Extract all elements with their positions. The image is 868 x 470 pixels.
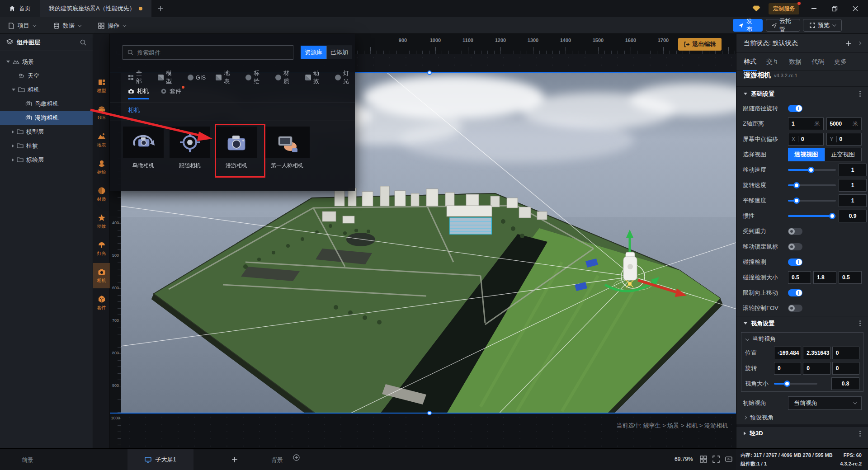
rotation-z-input[interactable]: 0 [832,362,859,375]
section-lite3d[interactable]: 轻3D [736,424,868,440]
selection-bottom-edge[interactable] [110,413,736,414]
tree-item-model-layer[interactable]: 模型层 [0,125,93,139]
caret-down-icon[interactable] [6,61,10,63]
restore-button[interactable] [828,3,841,14]
add-background-button[interactable] [293,454,300,461]
strip-item-gis[interactable]: GIS [93,100,110,126]
background-label[interactable]: 背景 [271,456,283,464]
category-gis[interactable]: GIS [188,69,206,85]
follow-path-toggle[interactable] [788,105,802,112]
tab-resource-library[interactable]: 资源库 [301,46,326,59]
tree-item-bird-camera[interactable]: 鸟瞰相机 [0,97,93,111]
preset-view-row[interactable]: 预设视角 [736,411,868,424]
caret-right-icon[interactable] [12,130,14,134]
menu-data[interactable]: 数据 [45,17,89,34]
inertia-slider[interactable] [788,215,836,217]
perspective-view-option[interactable]: 透视视图 [788,148,825,161]
rotation-y-input[interactable]: 0 [803,362,830,375]
card-bird-camera[interactable]: 鸟瞰相机 [123,127,164,169]
orthographic-view-option[interactable]: 正交视图 [825,148,862,161]
section-basic-settings[interactable]: 基础设置 [736,86,868,101]
current-view-header[interactable]: 当前视角 [741,333,863,345]
publish-button[interactable]: 发布 [733,19,763,32]
zoom-level[interactable]: 69.79% [675,456,693,462]
type-tab-camera[interactable]: 相机 [128,87,149,95]
kebab-menu-icon[interactable] [859,431,861,437]
offset-x-input[interactable]: X0 [788,133,824,146]
z-min-input[interactable]: 1米 [788,118,824,130]
selection-handle[interactable] [427,70,432,75]
preview-button[interactable]: 预览 [803,19,842,32]
category-model[interactable]: 模型 [158,69,178,85]
search-icon[interactable] [80,39,86,46]
rotation-x-input[interactable]: 0 [774,362,801,375]
strip-item-terrain[interactable]: 地表 [93,127,110,153]
kebab-menu-icon[interactable] [859,320,861,326]
collision-z-input[interactable]: 0.5 [839,271,862,284]
selection-handle[interactable] [427,411,432,415]
pan-speed-value[interactable]: 1 [839,194,867,207]
tab-scene[interactable]: 我的建筑底座场景A（性能优先） [40,0,151,17]
collision-x-input[interactable]: 0.5 [788,271,811,284]
position-x-input[interactable]: -169.484 [774,347,801,359]
category-all[interactable]: 全部 [128,69,148,85]
collision-y-input[interactable]: 1.8 [813,271,836,284]
collision-toggle[interactable] [788,258,802,266]
move-speed-slider[interactable] [788,169,836,171]
strip-item-plot[interactable]: 标绘 [93,155,110,180]
search-input[interactable] [137,49,288,56]
tab-style[interactable]: 样式 [744,58,756,66]
vip-service-badge[interactable]: 定制服务 [769,3,799,14]
category-material[interactable]: 材质 [275,69,295,85]
limit-up-toggle[interactable] [788,289,802,296]
wheel-fov-toggle[interactable] [788,305,802,312]
add-state-icon[interactable] [845,40,852,47]
minimize-button[interactable] [807,3,820,14]
tree-item-vegetation[interactable]: 植被 [0,139,93,153]
cloud-host-button[interactable]: 云托管 [766,19,800,32]
strip-item-material[interactable]: 材质 [93,182,110,207]
position-y-input[interactable]: 2.351643 [803,347,830,359]
strip-item-effects[interactable]: 动效 [93,209,110,234]
strip-item-kit[interactable]: 套件 [93,290,110,315]
chevron-right-icon[interactable] [858,41,861,45]
category-effects[interactable]: 动效 [305,69,325,85]
position-z-input[interactable]: 0 [832,347,859,359]
tab-code[interactable]: 代码 [811,58,824,66]
strip-item-light[interactable]: 灯光 [93,236,110,261]
exit-edit-button[interactable]: 退出编辑 [678,38,722,51]
strip-item-model[interactable]: 模型 [93,73,110,99]
tab-more[interactable]: 更多 [834,58,847,66]
rotate-speed-value[interactable]: 1 [839,179,867,192]
fov-value[interactable]: 0.8 [831,377,859,390]
tree-item-scene[interactable]: 场景 [0,55,93,69]
initial-view-select[interactable]: 当前视角 [788,396,862,410]
fov-slider[interactable] [774,383,817,385]
card-first-person-camera[interactable]: 第一人称相机 [264,127,310,169]
type-tab-kit[interactable]: 套件 [160,87,181,95]
grid-view-icon[interactable] [700,456,707,463]
close-button[interactable] [849,3,862,14]
gravity-toggle[interactable] [788,228,802,235]
tab-interaction[interactable]: 交互 [766,58,779,66]
tree-item-plot-layer[interactable]: 标绘层 [0,153,93,167]
menu-project[interactable]: 项目 [0,17,43,34]
strip-item-camera[interactable]: 相机 [93,263,110,288]
tree-item-roam-camera-selected[interactable]: 漫游相机 [0,111,93,125]
foreground-label[interactable]: 前景 [22,456,33,464]
kebab-menu-icon[interactable] [859,91,861,97]
add-screen-button[interactable] [231,456,238,463]
card-follow-camera[interactable]: 跟随相机 [170,127,210,169]
pan-speed-slider[interactable] [788,200,836,202]
category-terrain[interactable]: 地表 [216,69,236,85]
menu-operate[interactable]: 操作 [90,17,133,34]
rotate-speed-slider[interactable] [788,184,836,186]
move-speed-value[interactable]: 1 [839,164,867,176]
new-tab-button[interactable] [151,0,170,17]
lock-mouse-toggle[interactable] [788,243,802,250]
category-plot[interactable]: 标绘 [245,69,265,85]
caret-down-icon[interactable] [12,89,15,91]
tab-home[interactable]: 首页 [0,0,40,17]
offset-y-input[interactable]: Y0 [826,133,862,146]
tab-data[interactable]: 数据 [789,58,802,66]
